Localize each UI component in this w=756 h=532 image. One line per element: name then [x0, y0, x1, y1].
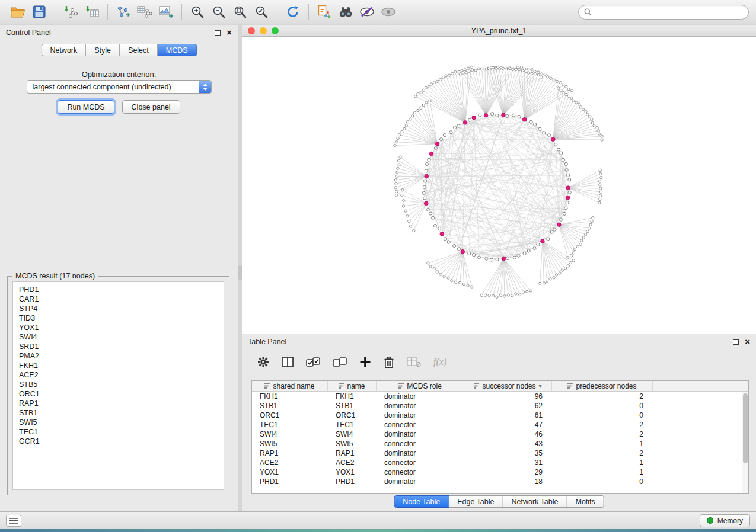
search-network-icon[interactable] — [335, 2, 356, 21]
mcds-result-item[interactable]: GCR1 — [13, 437, 224, 446]
export-network-icon[interactable] — [113, 2, 134, 21]
search-box[interactable] — [578, 5, 749, 20]
minimize-window-icon[interactable] — [260, 27, 267, 34]
clone-network-icon[interactable] — [314, 2, 335, 21]
delete-row-icon[interactable] — [384, 356, 394, 368]
table-row[interactable]: YOX1YOX1connector291 — [252, 467, 748, 477]
mcds-result-item[interactable]: ACE2 — [13, 370, 224, 380]
optimization-criterion-select[interactable]: largest connected component (undirected) — [27, 80, 212, 94]
tab-style[interactable]: Style — [86, 44, 120, 56]
mcds-result-item[interactable]: SWI5 — [13, 418, 224, 427]
column-header-shared-name[interactable]: shared name — [252, 381, 328, 391]
run-mcds-button[interactable]: Run MCDS — [58, 100, 114, 114]
tab-network[interactable]: Network — [41, 44, 86, 56]
search-input[interactable] — [595, 8, 743, 16]
optimization-criterion-value: largest connected component (undirected) — [33, 83, 171, 91]
table-row[interactable]: STB1STB1dominator620 — [252, 401, 748, 411]
table-row[interactable]: PHD1PHD1dominator180 — [252, 477, 748, 486]
table-cell: dominator — [377, 411, 464, 420]
table-row[interactable]: SWI5SWI5connector431 — [252, 439, 748, 448]
memory-button[interactable]: Memory — [700, 514, 750, 527]
zoom-fit-icon[interactable] — [229, 2, 251, 21]
table-row[interactable]: SWI4SWI4dominator462 — [252, 430, 748, 439]
mcds-result-item[interactable]: TID3 — [13, 313, 224, 323]
tab-select[interactable]: Select — [120, 44, 158, 56]
tab-mcds[interactable]: MCDS — [158, 44, 197, 56]
mcds-result-item[interactable]: PHD1 — [13, 285, 224, 294]
mcds-result-item[interactable]: SWI4 — [13, 332, 224, 342]
mcds-result-item[interactable]: YOX1 — [13, 323, 224, 332]
select-all-icon[interactable] — [306, 357, 320, 368]
table-row[interactable]: ORC1ORC1dominator610 — [252, 411, 748, 420]
add-row-icon[interactable] — [359, 356, 371, 368]
task-history-button[interactable] — [6, 515, 21, 527]
column-header-successor-nodes[interactable]: successor nodes▾ — [464, 381, 552, 391]
mcds-result-item[interactable]: RAP1 — [13, 399, 224, 408]
export-image-icon[interactable] — [155, 2, 177, 21]
sort-icon — [474, 383, 479, 389]
close-table-panel-icon[interactable]: × — [745, 339, 750, 345]
float-table-panel-icon[interactable] — [733, 339, 739, 345]
table-cell: dominator — [377, 430, 464, 439]
tab-node-table[interactable]: Node Table — [394, 495, 449, 508]
open-folder-icon[interactable] — [7, 2, 28, 21]
scrollbar-thumb[interactable] — [743, 393, 748, 463]
table-cell: 2 — [552, 448, 653, 458]
tab-edge-table[interactable]: Edge Table — [449, 495, 503, 508]
network-from-table-icon[interactable] — [134, 2, 155, 21]
toolbar-separator — [277, 4, 277, 20]
close-panel-button[interactable]: Close panel — [122, 100, 180, 114]
import-network-icon[interactable] — [60, 2, 81, 21]
mcds-result-item[interactable]: STP4 — [13, 304, 224, 313]
tab-motifs[interactable]: Motifs — [567, 495, 604, 508]
table-cell: connector — [377, 439, 464, 448]
table-scrollbar[interactable] — [742, 392, 748, 493]
deselect-all-icon[interactable] — [333, 357, 347, 368]
maximize-window-icon[interactable] — [272, 27, 279, 34]
sort-icon — [567, 383, 573, 389]
table-cell: 61 — [464, 411, 552, 420]
zoom-in-icon[interactable] — [187, 2, 208, 21]
refresh-icon[interactable] — [282, 2, 304, 21]
zoom-selected-icon[interactable] — [251, 2, 272, 21]
mcds-result-item[interactable]: SRD1 — [13, 342, 224, 351]
table-cell: 0 — [552, 401, 653, 411]
show-hide-icon[interactable] — [378, 2, 399, 21]
table-row[interactable]: ACE2ACE2connector311 — [252, 458, 748, 467]
control-panel-tabs: Network Style Select MCDS — [41, 44, 196, 56]
apply-style-icon[interactable] — [356, 2, 378, 21]
mcds-result-item[interactable]: TEC1 — [13, 427, 224, 437]
settings-icon[interactable] — [257, 356, 269, 368]
mcds-result-list[interactable]: PHD1CAR1STP4TID3YOX1SWI4SRD1PMA2FKH1ACE2… — [12, 281, 224, 490]
table-row[interactable]: RAP1RAP1dominator352 — [252, 448, 748, 458]
save-icon[interactable] — [28, 2, 50, 21]
mcds-result-item[interactable]: FKH1 — [13, 361, 224, 370]
mcds-result-item[interactable]: ORC1 — [13, 389, 224, 399]
table-row[interactable]: FKH1FKH1dominator962 — [252, 392, 748, 401]
column-header-MCDS-role[interactable]: MCDS role — [377, 381, 464, 391]
network-window: YPA_prune.txt_1 — [242, 25, 756, 334]
mcds-result-item[interactable]: STB1 — [13, 408, 224, 418]
mcds-result-item[interactable]: CAR1 — [13, 294, 224, 304]
table-cell: 2 — [552, 430, 653, 439]
import-table-icon[interactable] — [81, 2, 103, 21]
optimization-criterion-label: Optimization criterion: — [0, 70, 238, 79]
network-view[interactable] — [242, 37, 755, 333]
close-panel-icon[interactable]: × — [227, 30, 232, 36]
table-cell: 0 — [552, 411, 653, 420]
zoom-out-icon[interactable] — [208, 2, 229, 21]
column-header-name[interactable]: name — [328, 381, 377, 391]
column-label: MCDS role — [407, 382, 442, 390]
column-header-predecessor-nodes[interactable]: predecessor nodes — [552, 381, 653, 391]
tab-network-table[interactable]: Network Table — [503, 495, 567, 508]
mcds-result-item[interactable]: STB5 — [13, 380, 224, 389]
float-panel-icon[interactable] — [215, 30, 221, 36]
columns-icon[interactable] — [282, 357, 294, 367]
sort-icon — [398, 383, 404, 389]
close-window-icon[interactable] — [248, 27, 255, 34]
table-row[interactable]: TEC1TEC1connector472 — [252, 420, 748, 430]
mcds-result-item[interactable]: PMA2 — [13, 351, 224, 361]
table-toolbar: f(x) — [242, 351, 756, 373]
function-builder-icon[interactable]: f(x) — [433, 357, 446, 367]
hide-columns-icon[interactable] — [407, 357, 421, 367]
